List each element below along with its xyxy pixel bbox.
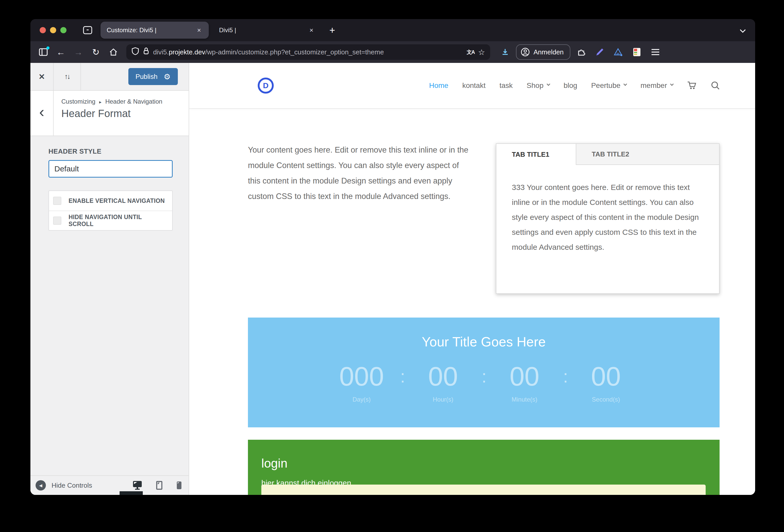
hide-controls-label[interactable]: Hide Controls	[52, 481, 92, 489]
tab-close-icon[interactable]: ×	[195, 25, 204, 35]
browser-toolbar: ← → ↻ divi5.projekte.dev	[30, 41, 755, 63]
tabs-bar: TAB TITLE1 TAB TITLE2	[496, 144, 719, 165]
nav-item-home[interactable]: Home	[429, 81, 448, 90]
countdown-separator: :	[482, 362, 486, 391]
intro-text: Your content goes here. Edit or remove t…	[248, 142, 469, 204]
site-logo[interactable]: D	[258, 78, 274, 93]
nav-item-blog[interactable]: blog	[564, 81, 577, 90]
tab-title: Divi5 |	[219, 27, 307, 34]
countdown-title: Your Title Goes Here	[248, 317, 720, 349]
preview-mobile-button[interactable]	[177, 481, 181, 489]
countdown-days-value: 000	[323, 362, 400, 391]
cart-icon[interactable]	[687, 81, 697, 90]
tab-content: 333 Your content goes here. Edit or remo…	[496, 165, 719, 270]
header-style-label: HEADER STYLE	[49, 147, 172, 156]
page-content: Your content goes here. Edit or remove t…	[189, 108, 755, 495]
sign-in-button[interactable]: Anmelden	[516, 44, 570, 60]
chevron-down-icon	[623, 82, 627, 86]
nav-item-shop[interactable]: Shop	[527, 81, 550, 90]
downloads-icon[interactable]	[497, 44, 513, 60]
customizer-footer: ◀ Hide Controls	[30, 475, 189, 495]
toggle-label: ENABLE VERTICAL NAVIGATION	[68, 197, 165, 204]
publish-label: Publish	[136, 73, 158, 81]
reorder-icon[interactable]: ↑↓	[54, 63, 81, 90]
publish-button[interactable]: Publish ⚙	[128, 68, 178, 85]
countdown-seconds-value: 00	[567, 362, 645, 391]
active-device-indicator	[119, 491, 143, 495]
notification-dot	[47, 47, 50, 50]
tab-close-icon[interactable]: ×	[307, 25, 316, 35]
login-title: login	[261, 456, 720, 470]
tab-title2[interactable]: TAB TITLE2	[576, 144, 645, 164]
chevron-down-icon	[547, 82, 550, 86]
countdown-minutes-value: 00	[486, 362, 563, 391]
toolbar-right-icons: Anmelden ax	[497, 44, 663, 60]
firefox-view-icon[interactable]	[83, 26, 92, 34]
countdown-timer: 000 Day(s) : 00 Hour(s) : 00 Min	[248, 362, 720, 403]
preview-tablet-button[interactable]	[156, 481, 162, 490]
tabs-module: TAB TITLE1 TAB TITLE2 333 Your content g…	[496, 143, 720, 294]
url-text[interactable]: divi5.projekte.dev/wp-admin/customize.ph…	[153, 48, 463, 56]
shield-icon[interactable]	[132, 47, 139, 57]
countdown-seconds-label: Second(s)	[567, 396, 645, 403]
reload-button[interactable]: ↻	[88, 44, 104, 60]
tab-title: Customize: Divi5 |	[107, 27, 195, 34]
customizer-controls: HEADER STYLE Default ENABLE VERTICAL NAV…	[30, 136, 189, 475]
back-button[interactable]: ←	[53, 44, 68, 60]
countdown-minutes-label: Minute(s)	[486, 396, 563, 403]
nav-item-peertube[interactable]: Peertube	[591, 81, 627, 90]
account-icon	[521, 48, 530, 57]
page-colors-icon[interactable]	[629, 44, 645, 60]
home-button[interactable]	[106, 44, 121, 60]
toggle-vertical-navigation[interactable]: ENABLE VERTICAL NAVIGATION	[49, 191, 172, 211]
preview-desktop-button[interactable]	[133, 481, 142, 490]
toggle-hide-navigation-until-scroll[interactable]: HIDE NAVIGATION UNTIL SCROLL	[49, 211, 172, 230]
header-style-select[interactable]: Default	[49, 160, 173, 177]
nav-item-member[interactable]: member	[640, 81, 673, 90]
panel-title: Header Format	[61, 108, 162, 119]
tab-title1[interactable]: TAB TITLE1	[496, 144, 576, 165]
login-module: login hier kannst dich einloggen	[248, 440, 720, 495]
lock-icon[interactable]	[143, 47, 149, 57]
collapse-sidebar-button[interactable]: ◀	[35, 480, 46, 491]
axe-devtools-icon[interactable]: ax	[611, 44, 626, 60]
site-header: D Home kontakt task Shop blog Peertube m…	[189, 63, 755, 108]
pen-tool-icon[interactable]	[592, 44, 608, 60]
nav-item-task[interactable]: task	[500, 81, 513, 90]
list-all-tabs-icon[interactable]	[740, 26, 746, 35]
browser-tab-bar: Customize: Divi5 | × Divi5 | × +	[30, 19, 755, 41]
customizer-topbar: ✕ ↑↓ Publish ⚙	[30, 63, 189, 91]
forward-button[interactable]: →	[71, 44, 86, 60]
menu-icon[interactable]	[648, 44, 663, 60]
login-form-field[interactable]	[261, 484, 706, 495]
countdown-hours-label: Hour(s)	[404, 396, 482, 403]
checkbox-icon[interactable]	[53, 217, 61, 225]
header-style-value: Default	[54, 164, 79, 173]
minimize-window-button[interactable]	[50, 27, 56, 33]
bookmark-star-icon[interactable]: ☆	[478, 48, 485, 57]
nav-item-kontakt[interactable]: kontakt	[463, 81, 485, 90]
breadcrumb: Customizing ▸ Header & Navigation	[61, 98, 162, 105]
chevron-down-icon	[670, 82, 674, 86]
countdown-days-label: Day(s)	[323, 396, 400, 403]
screen: Customize: Divi5 | × Divi5 | × +	[0, 0, 784, 532]
breadcrumb-separator-icon: ▸	[99, 100, 102, 105]
close-customizer-button[interactable]: ✕	[30, 63, 54, 90]
url-bar[interactable]: divi5.projekte.dev/wp-admin/customize.ph…	[126, 44, 490, 60]
countdown-hours-value: 00	[404, 362, 482, 391]
publish-settings-gear-icon[interactable]: ⚙	[164, 72, 171, 81]
translate-icon[interactable]: 文A	[467, 49, 474, 56]
tab-customize-divi5[interactable]: Customize: Divi5 | ×	[101, 22, 209, 39]
sidebar-toggle-icon[interactable]	[35, 44, 51, 60]
search-icon[interactable]	[711, 81, 720, 90]
browser-window: Customize: Divi5 | × Divi5 | × +	[30, 19, 755, 495]
new-tab-button[interactable]: +	[326, 25, 338, 36]
extensions-icon[interactable]	[573, 44, 589, 60]
back-chevron-button[interactable]: ‹	[30, 91, 54, 136]
zoom-window-button[interactable]	[60, 27, 66, 33]
countdown-module: Your Title Goes Here 000 Day(s) : 00 Hou…	[248, 317, 720, 427]
tab-divi5[interactable]: Divi5 | ×	[213, 22, 321, 39]
toggle-label: HIDE NAVIGATION UNTIL SCROLL	[68, 214, 168, 228]
checkbox-icon[interactable]	[53, 197, 61, 205]
close-window-button[interactable]	[40, 27, 46, 33]
